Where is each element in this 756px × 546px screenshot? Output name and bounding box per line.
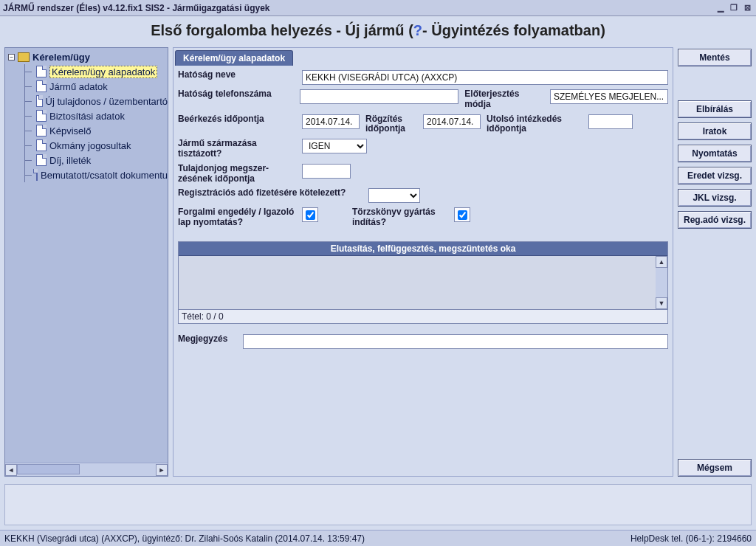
page-icon xyxy=(36,125,47,136)
field-megjegyzes xyxy=(243,334,668,349)
label-rogzites: Rögzítés időpontja xyxy=(365,114,417,135)
eredet-vizsg-button[interactable]: Eredet vizsg. xyxy=(678,167,752,184)
heading-qmark: ? xyxy=(413,22,422,39)
app-window: JÁRMŰ rendszer (Éles) v4.12.fix1 SIS2 - … xyxy=(0,0,756,546)
tree-root[interactable]: – Kérelem/ügy xyxy=(5,49,168,64)
page-icon xyxy=(36,169,38,181)
page-icon xyxy=(36,95,43,107)
collapse-icon[interactable]: – xyxy=(8,54,15,61)
label-eloterjesztes: Előterjesztés módja xyxy=(464,89,544,110)
bottom-area: KEKKH (Visegrádi utca) (AXXCP), ügyintéz… xyxy=(0,480,756,546)
reasons-table-footer: Tétel: 0 / 0 xyxy=(179,309,667,323)
iratok-button[interactable]: Iratok xyxy=(678,122,752,140)
reasons-table-body: ▲ ▼ xyxy=(179,256,667,309)
checkbox-torzskonyv[interactable] xyxy=(458,210,467,220)
minimize-icon[interactable]: ▁ xyxy=(715,2,726,14)
status-left: KEKKH (Visegrádi utca) (AXXCP), ügyintéz… xyxy=(4,533,365,544)
label-hatosag-tel: Hatóság telefonszáma xyxy=(178,89,294,100)
page-icon xyxy=(36,154,47,166)
tab-kerelem-alap[interactable]: Kérelem/ügy alapadatok xyxy=(175,50,293,66)
close-icon[interactable]: ⊠ xyxy=(741,2,753,14)
tree-item-jarmu[interactable]: Jármű adatok xyxy=(5,79,168,94)
page-icon xyxy=(36,66,47,77)
message-area xyxy=(4,484,752,525)
tree-scrollbar[interactable]: ◄ ► xyxy=(5,463,168,476)
label-szarmazas: Jármű származása tisztázott? xyxy=(178,139,296,159)
label-forgalmi: Forgalmi engedély / Igazoló lap nyomtatá… xyxy=(178,207,296,228)
tree-item-uj-tulajdonos[interactable]: Új tulajdonos / üzembentartó xyxy=(5,94,168,108)
tree-item-okmany[interactable]: Okmány jogosultak xyxy=(5,138,168,153)
heading-suffix: - Ügyintézés folyamatban) xyxy=(422,22,605,39)
label-tulajdonjog: Tulajdonjog megszer-zésének időpontja xyxy=(178,164,296,184)
checkbox-forgalmi[interactable] xyxy=(306,210,315,220)
reasons-table-header: Elutasítás, felfüggesztés, megszüntetés … xyxy=(179,242,667,256)
save-button[interactable]: Mentés xyxy=(678,49,752,66)
page-icon xyxy=(36,139,47,151)
label-utolso: Utolsó intézkedés időpontja xyxy=(487,114,583,135)
regado-vizsg-button[interactable]: Reg.adó vizsg. xyxy=(678,211,752,229)
tree-item-kepviselo[interactable]: Képviselő xyxy=(5,123,168,138)
maximize-icon[interactable]: ❐ xyxy=(728,2,740,14)
page-heading: Első forgalomba helyezés - Új jármű ( ? … xyxy=(0,16,756,44)
heading-prefix: Első forgalomba helyezés - Új jármű ( xyxy=(151,22,413,39)
form-panel: Kérelem/ügy alapadatok Hatóság neve Ható… xyxy=(173,47,673,477)
tree-item-biztositas[interactable]: Biztosítási adatok xyxy=(5,108,168,123)
tree-item-kerelem-alap[interactable]: Kérelem/ügy alapadatok xyxy=(5,64,168,79)
nyomtatas-button[interactable]: Nyomtatás xyxy=(678,145,752,162)
label-beerkezes: Beérkezés időpontja xyxy=(178,114,296,125)
label-megjegyzes: Megjegyzés xyxy=(178,334,237,345)
field-beerkezes[interactable] xyxy=(302,114,360,129)
page-icon xyxy=(36,80,47,92)
field-hatosag-tel xyxy=(300,89,459,104)
window-title: JÁRMŰ rendszer (Éles) v4.12.fix1 SIS2 - … xyxy=(3,3,269,13)
label-torzskonyv: Törzskönyv gyártás indítás? xyxy=(352,207,448,228)
statusbar: KEKKH (Visegrádi utca) (AXXCP), ügyintéz… xyxy=(0,530,756,546)
right-button-panel: Mentés Elbírálás Iratok Nyomtatás Eredet… xyxy=(678,47,752,477)
label-regado: Regisztrációs adó fizetésére kötelezett? xyxy=(178,188,362,198)
field-utolso xyxy=(588,114,633,129)
field-hatosag-neve xyxy=(302,70,668,85)
scroll-down-icon[interactable]: ▼ xyxy=(656,297,667,309)
page-icon xyxy=(36,110,47,122)
field-eloterjesztes xyxy=(550,89,668,104)
status-right: HelpDesk tel. (06-1-): 2194660 xyxy=(630,533,752,544)
scroll-right-icon[interactable]: ► xyxy=(156,464,168,476)
jkl-vizsg-button[interactable]: JKL vizsg. xyxy=(678,189,752,207)
elbiralas-button[interactable]: Elbírálás xyxy=(678,100,752,118)
scroll-up-icon[interactable]: ▲ xyxy=(656,256,667,268)
reasons-table: Elutasítás, felfüggesztés, megszüntetés … xyxy=(178,241,668,324)
scroll-left-icon[interactable]: ◄ xyxy=(5,464,17,476)
field-rogzites xyxy=(423,114,481,129)
select-regado[interactable] xyxy=(368,188,420,203)
cancel-button[interactable]: Mégsem xyxy=(678,459,752,477)
tree-item-dokumentumok[interactable]: Bemutatott/csatolt dokumentu xyxy=(5,167,168,182)
tree-panel: – Kérelem/ügy Kérelem/ügy alapadatok Jár… xyxy=(4,47,168,477)
tree-root-label: Kérelem/ügy xyxy=(32,52,90,63)
table-scrollbar[interactable]: ▲ ▼ xyxy=(656,256,667,309)
tree-item-dij[interactable]: Díj, illeték xyxy=(5,153,168,167)
folder-icon xyxy=(18,52,30,62)
field-tulajdonjog[interactable] xyxy=(302,164,351,179)
select-szarmazas[interactable]: IGEN xyxy=(302,139,367,153)
label-hatosag-neve: Hatóság neve xyxy=(178,70,296,80)
titlebar: JÁRMŰ rendszer (Éles) v4.12.fix1 SIS2 - … xyxy=(0,0,756,16)
